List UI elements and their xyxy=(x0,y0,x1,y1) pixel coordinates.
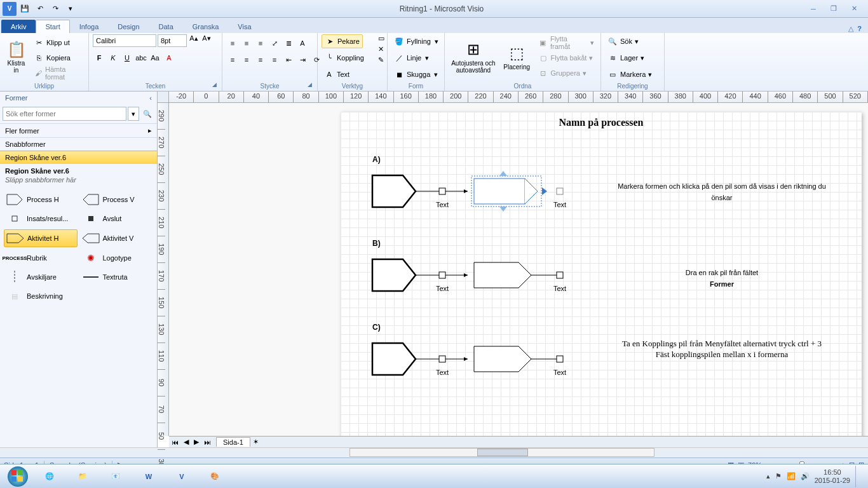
search-dropdown[interactable]: ▾ xyxy=(128,107,139,121)
font-size-input[interactable] xyxy=(158,34,187,47)
text-tool-button[interactable]: AText xyxy=(322,67,352,81)
page-last-icon[interactable]: ⏭ xyxy=(201,438,214,446)
taskbar-explorer[interactable]: 📁 xyxy=(66,466,99,487)
qat-dropdown[interactable]: ▾ xyxy=(64,2,78,16)
drawing-canvas[interactable]: Namn på processen A) Text xyxy=(169,103,868,436)
italic-icon[interactable]: K xyxy=(107,51,119,64)
restore-button[interactable]: ❐ xyxy=(826,3,841,15)
case-icon[interactable]: Aa xyxy=(149,51,161,64)
close-button[interactable]: ✕ xyxy=(846,3,862,15)
shape-aktivitet-v[interactable]: Aktivitet V xyxy=(80,229,154,247)
tray-network-icon[interactable]: 📶 xyxy=(787,472,796,480)
shape-beskrivning[interactable]: ▤Beskrivning xyxy=(4,288,78,304)
grow-font-icon[interactable]: A▴ xyxy=(188,34,200,47)
taskbar-word[interactable]: W xyxy=(132,466,165,487)
tab-file[interactable]: Arkiv xyxy=(1,20,36,33)
indent-less-icon[interactable]: ⇤ xyxy=(282,53,295,66)
autospace-button[interactable]: ⊞ Autojustera och autoavstånd xyxy=(449,34,498,79)
shape-process-v[interactable]: Process V xyxy=(80,191,154,208)
shape-aktivitet-h[interactable]: Aktivitet H xyxy=(4,229,78,247)
textbox-icon[interactable]: A xyxy=(296,37,309,50)
para-dialog-launcher[interactable]: ◢ xyxy=(308,81,315,89)
shape-logotype[interactable]: ✺Logotype xyxy=(80,250,154,266)
shape-process-h[interactable]: Process H xyxy=(4,191,78,208)
position-button[interactable]: ⬚ Placering xyxy=(501,34,533,79)
tab-insert[interactable]: Infoga xyxy=(70,20,109,33)
orientation-icon[interactable]: ⤢ xyxy=(268,37,281,50)
taskbar-ie[interactable]: 🌐 xyxy=(33,466,66,487)
search-go-icon[interactable]: 🔍 xyxy=(140,107,154,121)
font-color-icon[interactable]: A xyxy=(163,51,175,64)
tab-data[interactable]: Data xyxy=(149,20,183,33)
freeform-tool-icon[interactable]: ✎ xyxy=(378,56,384,64)
layers-button[interactable]: ≋Lager▾ xyxy=(605,51,647,65)
more-shapes-section[interactable]: Fler former▸ xyxy=(0,123,157,137)
align-justify-icon[interactable]: ≡ xyxy=(268,53,281,66)
help-icon[interactable]: ? xyxy=(857,25,862,33)
select-button[interactable]: ▭Markera▾ xyxy=(605,67,654,81)
shadow-button[interactable]: ◼Skugga▾ xyxy=(391,67,440,81)
group-button[interactable]: ⊡Gruppera▾ xyxy=(536,66,597,80)
page-prev-icon[interactable]: ◀ xyxy=(181,438,191,446)
tab-review[interactable]: Granska xyxy=(183,20,229,33)
find-button[interactable]: 🔍Sök▾ xyxy=(605,34,641,48)
align-center-icon[interactable]: ≡ xyxy=(240,53,253,66)
pointer-tool-button[interactable]: ➤Pekare xyxy=(322,34,363,48)
undo-icon[interactable]: ↶ xyxy=(33,2,47,16)
visio-icon[interactable]: V xyxy=(3,2,17,16)
shape-search-input[interactable] xyxy=(3,107,126,121)
tab-home[interactable]: Start xyxy=(36,20,69,33)
align-right-icon[interactable]: ≡ xyxy=(254,53,267,66)
tab-view[interactable]: Visa xyxy=(228,20,261,33)
drawing-page[interactable]: Namn på processen A) Text xyxy=(341,112,862,436)
page-add-icon[interactable]: ✶ xyxy=(250,438,261,446)
strike-icon[interactable]: abc xyxy=(135,51,147,64)
diagram-row-a[interactable]: Text Text xyxy=(372,169,601,220)
save-icon[interactable]: 💾 xyxy=(18,2,32,16)
start-button[interactable] xyxy=(3,466,33,487)
tray-flag-icon[interactable]: ⚑ xyxy=(775,472,782,480)
page-first-icon[interactable]: ⏮ xyxy=(169,438,181,446)
page-next-icon[interactable]: ▶ xyxy=(191,438,201,446)
bullets-icon[interactable]: ≣ xyxy=(282,37,295,50)
bold-icon[interactable]: F xyxy=(93,51,105,64)
shape-avslut[interactable]: Avslut xyxy=(80,210,154,227)
font-dialog-launcher[interactable]: ◢ xyxy=(212,81,220,89)
collapse-icon[interactable]: ‹ xyxy=(149,94,152,102)
shape-textruta[interactable]: Textruta xyxy=(80,269,154,285)
taskbar-outlook[interactable]: 📧 xyxy=(99,466,132,487)
minimize-ribbon-icon[interactable]: △ xyxy=(848,25,853,33)
tray-up-icon[interactable]: ▴ xyxy=(766,472,770,480)
line-button[interactable]: ／Linje▾ xyxy=(391,51,431,65)
redo-icon[interactable]: ↷ xyxy=(48,2,62,16)
shape-avskiljare[interactable]: Avskiljare xyxy=(4,269,78,285)
stencil-section[interactable]: Region Skåne ver.6 xyxy=(0,151,157,164)
bring-forward-button[interactable]: ▣Flytta framåt▾ xyxy=(536,36,597,50)
indent-more-icon[interactable]: ⇥ xyxy=(296,53,309,66)
shrink-font-icon[interactable]: A▾ xyxy=(201,34,212,47)
send-backward-button[interactable]: ▢Flytta bakåt▾ xyxy=(536,51,597,65)
tab-design[interactable]: Design xyxy=(108,20,149,33)
shape-rubrik[interactable]: PROCESSRubrik xyxy=(4,250,78,266)
show-desktop-button[interactable] xyxy=(855,466,862,487)
underline-icon[interactable]: U xyxy=(121,51,133,64)
align-top-icon[interactable]: ≡ xyxy=(226,37,239,50)
taskbar-visio[interactable]: V xyxy=(165,466,198,487)
crop-tool-icon[interactable]: ✕ xyxy=(378,45,384,53)
shape-insats[interactable]: Insats/resul... xyxy=(4,210,78,227)
minimize-button[interactable]: ─ xyxy=(806,3,821,15)
connector-tool-button[interactable]: ╰Koppling xyxy=(322,51,367,65)
align-bottom-icon[interactable]: ≡ xyxy=(254,37,267,50)
font-name-input[interactable] xyxy=(93,34,156,47)
paste-button[interactable]: 📋 Klistra in xyxy=(4,34,29,79)
tray-clock[interactable]: 16:502015-01-29 xyxy=(815,468,850,485)
diagram-row-b[interactable]: Text Text xyxy=(372,253,601,304)
rectangle-tool-icon[interactable]: ▭ xyxy=(378,34,384,43)
cut-button[interactable]: ✂Klipp ut xyxy=(31,36,85,50)
fill-button[interactable]: 🪣Fyllning▾ xyxy=(391,34,441,48)
diagram-row-c[interactable]: Text Text xyxy=(372,337,601,388)
align-left-icon[interactable]: ≡ xyxy=(226,53,239,66)
format-painter-button[interactable]: 🖌Hämta format xyxy=(31,66,85,80)
tray-volume-icon[interactable]: 🔊 xyxy=(801,472,810,480)
page-tab-1[interactable]: Sida-1 xyxy=(216,437,250,447)
